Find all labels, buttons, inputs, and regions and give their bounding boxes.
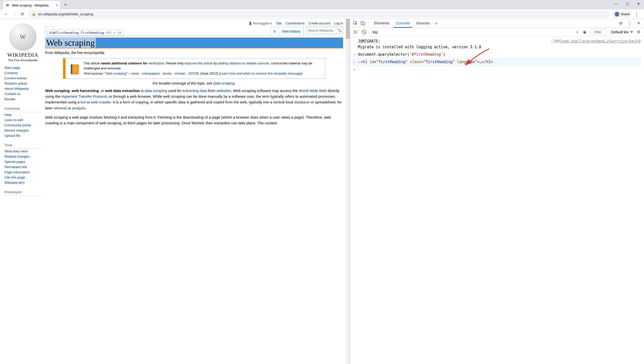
find-source-link[interactable]: books: [163, 72, 172, 75]
sidenav-item[interactable]: Help: [4, 112, 41, 117]
context-select[interactable]: top: [371, 29, 383, 35]
sidenav-item[interactable]: Upload file: [4, 133, 41, 138]
clear-console-icon[interactable]: 🚫: [360, 29, 368, 36]
anon-label: Not logged in: [248, 21, 272, 25]
console-settings-icon[interactable]: ⚙: [635, 29, 642, 36]
console-result[interactable]: ▸<h1 id="firstHeading" class="firstHeadi…: [352, 58, 642, 66]
sidenav-item[interactable]: Learn to edit: [4, 117, 41, 123]
log-level-select[interactable]: Default lev: [609, 29, 634, 35]
find-source-link[interactable]: JSTOR: [188, 72, 199, 75]
log-text: Migrate is installed with logging active…: [358, 45, 482, 49]
console-prompt[interactable]: [352, 66, 642, 73]
console-log-area[interactable]: JQMIGRATE: load.php?lang=en&mod…r&versio…: [350, 36, 644, 364]
sidenav-item[interactable]: Current events: [4, 76, 41, 81]
search-button[interactable]: 🔍: [336, 27, 343, 34]
login-link[interactable]: Log in: [334, 21, 343, 25]
new-tab-button[interactable]: +: [62, 1, 69, 9]
wikipedia-globe-icon: [9, 23, 36, 51]
settings-gear-icon[interactable]: ⚙: [617, 20, 624, 27]
sidenav-item[interactable]: Community portal: [4, 123, 41, 128]
find-query-link[interactable]: "Web scraping": [105, 72, 128, 75]
devtools-tab-elements[interactable]: Elements: [372, 19, 392, 28]
sidenav-item[interactable]: Contact us: [4, 91, 41, 96]
improve-link[interactable]: improve this article: [185, 61, 213, 65]
url-input[interactable]: 🔒 en.wikipedia.org/wiki/Web_scraping: [28, 11, 610, 18]
kebab-menu-icon[interactable]: ⋮: [626, 20, 633, 27]
create-account-link[interactable]: Create account: [308, 21, 330, 25]
sidenav-item[interactable]: Main page: [4, 65, 41, 70]
console-toolbar: 🚫 top ▾ ◉ Default lev ⚙: [350, 28, 644, 36]
close-window-button[interactable]: ✕: [633, 0, 644, 8]
sidenav-item[interactable]: What links here: [4, 149, 41, 154]
link[interactable]: bot: [81, 100, 86, 104]
ambox-body: This article needs additional citations …: [84, 61, 322, 76]
attr-value: "firstHeading": [423, 60, 454, 64]
talk-link[interactable]: Talk: [276, 21, 282, 25]
profile-button[interactable]: 👤 Guest: [612, 11, 632, 18]
link[interactable]: database: [294, 100, 310, 104]
learn-link[interactable]: Learn how and when to remove this templa…: [220, 72, 302, 75]
verification-link[interactable]: verification: [148, 61, 164, 65]
first-heading-highlight: h1#firstHeading.firstHeading 495 × 38 We…: [45, 38, 343, 49]
scroll-thumb[interactable]: [346, 19, 350, 39]
find-source-link[interactable]: newspapers: [142, 72, 160, 75]
sidenav-item[interactable]: Contents: [4, 70, 41, 76]
wikipedia-logo[interactable]: WIKIPEDIA The Free Encyclopedia: [4, 23, 41, 62]
hatnote-link[interactable]: Data scraping: [213, 81, 234, 85]
link[interactable]: websites: [216, 89, 231, 93]
attr-name: class: [410, 60, 421, 64]
link[interactable]: extracting data: [182, 89, 207, 93]
find-source-link[interactable]: scholar: [174, 72, 186, 75]
back-button[interactable]: ←: [2, 10, 10, 18]
browser-tab[interactable]: W Web scraping - Wikipedia ×: [3, 1, 60, 10]
device-toolbar-icon[interactable]: [360, 20, 366, 27]
sidenav-item[interactable]: Recent changes: [4, 128, 41, 133]
link[interactable]: data scraping: [145, 89, 167, 93]
sidenav-item[interactable]: Cite this page: [4, 175, 41, 180]
bold: web harvesting: [72, 89, 98, 93]
ambox-bold: needs additional citations for: [101, 61, 148, 65]
result-tag-close: >…</h1>: [477, 60, 493, 64]
browser-menu-button[interactable]: ⋮: [632, 12, 642, 17]
hatnote-text: For broader coverage of this topic, see: [153, 81, 213, 85]
sidenav-item[interactable]: Donate: [4, 96, 41, 102]
contributions-link[interactable]: Contributions: [286, 21, 304, 25]
forward-button[interactable]: →: [10, 10, 18, 18]
link[interactable]: World Wide Web: [299, 89, 327, 93]
reload-button[interactable]: ⟳: [18, 10, 26, 18]
avatar-icon: 👤: [614, 12, 620, 17]
sidenav-item[interactable]: About Wikipedia: [4, 86, 41, 91]
more-tabs-icon[interactable]: »: [433, 20, 440, 27]
search-input[interactable]: [306, 29, 336, 32]
link[interactable]: analysis: [72, 106, 86, 110]
find-source-link[interactable]: news: [131, 72, 139, 75]
expand-toggle-icon[interactable]: ▸: [358, 60, 360, 64]
maximize-button[interactable]: ▢: [622, 0, 633, 8]
log-source-link[interactable]: load.php?lang=en&mod…r&version=keih9: [560, 39, 640, 44]
sidenav-item[interactable]: Special pages: [4, 159, 41, 164]
text: from: [207, 89, 216, 93]
close-devtools-icon[interactable]: ✕: [635, 20, 642, 27]
page-scrollbar[interactable]: [346, 19, 350, 364]
minimize-button[interactable]: —: [610, 0, 622, 8]
devtools-tab-console[interactable]: Console: [394, 19, 412, 28]
link[interactable]: web crawler: [91, 100, 111, 104]
sidenav-item[interactable]: Permanent link: [4, 164, 41, 169]
sidenav-item[interactable]: Random article: [4, 81, 41, 86]
console-sidebar-toggle-icon[interactable]: [352, 29, 359, 36]
sidenav-item[interactable]: Wikidata item: [4, 180, 41, 185]
sidenav-item[interactable]: Related changes: [4, 154, 41, 159]
window-controls: — ▢ ✕: [610, 0, 644, 8]
link[interactable]: Hypertext Transfer Protocol: [61, 94, 107, 98]
citations-link[interactable]: adding citations to reliable sources: [218, 61, 269, 65]
inspect-element-icon[interactable]: [352, 20, 359, 27]
sidenav-item[interactable]: Page information: [4, 169, 41, 175]
edit-tab[interactable]: it: [270, 27, 278, 35]
find-sources-label: Find sources:: [84, 72, 105, 75]
filter-input[interactable]: [592, 29, 606, 35]
link[interactable]: retrieval: [54, 106, 66, 110]
devtools-tab-sources[interactable]: Sources: [414, 19, 432, 28]
live-expression-icon[interactable]: ◉: [581, 29, 588, 36]
close-tab-icon[interactable]: ×: [56, 3, 58, 8]
history-tab[interactable]: View history: [278, 27, 304, 35]
